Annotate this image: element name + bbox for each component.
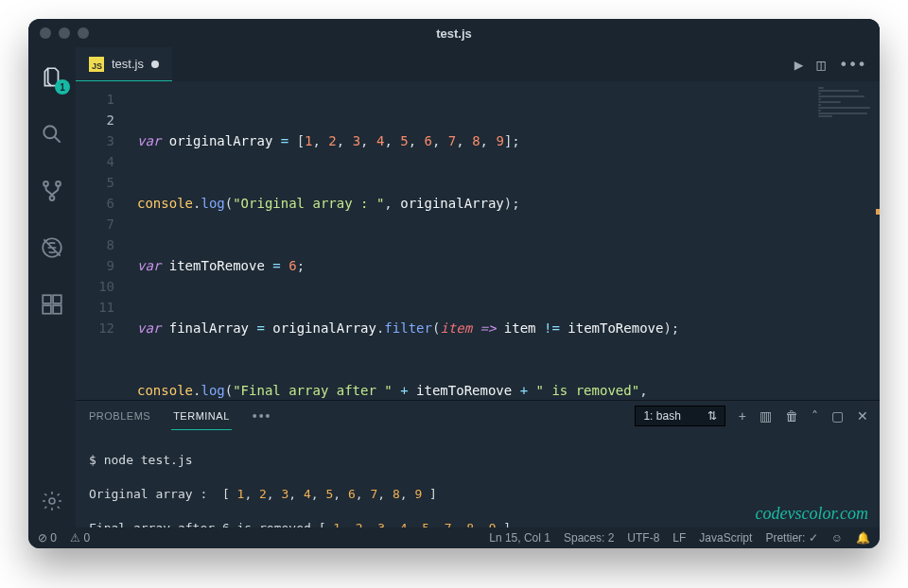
svg-rect-8 — [53, 295, 61, 303]
minimap[interactable] — [813, 81, 880, 400]
panel-controls: 1: bash ⇅ + ▥ 🗑 ˄ ▢ ✕ — [635, 406, 868, 426]
maximize-panel-icon[interactable]: ▢ — [831, 408, 844, 424]
terminal-selector[interactable]: 1: bash ⇅ — [635, 406, 725, 426]
activity-bar: 1 — [28, 47, 76, 527]
code-area[interactable]: var originalArray = [1, 2, 3, 4, 5, 6, 7… — [128, 81, 813, 400]
status-eol[interactable]: LF — [672, 531, 686, 545]
status-encoding[interactable]: UTF-8 — [627, 531, 659, 545]
window-body: 1 JS test.j — [28, 47, 880, 527]
tab-filename: test.js — [112, 57, 144, 71]
status-warnings[interactable]: ⚠ 0 — [70, 531, 90, 545]
title-bar: test.js — [28, 19, 880, 47]
dirty-indicator-icon — [151, 61, 159, 68]
svg-point-9 — [49, 498, 55, 504]
search-icon[interactable] — [28, 115, 76, 153]
svg-point-1 — [44, 182, 48, 186]
panel-tab-more[interactable]: ••• — [251, 401, 274, 431]
editor-actions: ▶ ◫ ••• — [781, 47, 880, 81]
tab-testjs[interactable]: JS test.js — [76, 47, 172, 81]
watermark: codevscolor.com — [756, 504, 868, 524]
terminal-selector-label: 1: bash — [643, 409, 680, 423]
js-file-icon: JS — [89, 57, 104, 72]
svg-point-0 — [44, 126, 56, 138]
split-terminal-icon[interactable]: ▥ — [760, 408, 772, 424]
source-control-icon[interactable] — [28, 172, 76, 210]
panel-tabs: PROBLEMS TERMINAL ••• 1: bash ⇅ + ▥ 🗑 ˄ … — [76, 401, 880, 431]
status-cursor-position[interactable]: Ln 15, Col 1 — [489, 531, 550, 545]
chevron-updown-icon: ⇅ — [707, 409, 717, 423]
kill-terminal-icon[interactable]: 🗑 — [785, 408, 798, 424]
debug-icon[interactable] — [28, 229, 76, 267]
close-panel-icon[interactable]: ✕ — [857, 408, 868, 424]
status-language[interactable]: JavaScript — [699, 531, 752, 545]
minimap-marker — [876, 209, 880, 215]
status-feedback-icon[interactable]: ☺ — [831, 531, 843, 545]
svg-point-3 — [50, 196, 55, 200]
new-terminal-icon[interactable]: + — [739, 408, 746, 424]
panel-up-icon[interactable]: ˄ — [812, 408, 818, 424]
svg-point-2 — [56, 182, 61, 186]
explorer-badge: 1 — [55, 79, 70, 95]
split-editor-icon[interactable]: ◫ — [816, 56, 826, 74]
more-actions-icon[interactable]: ••• — [839, 56, 866, 74]
panel: PROBLEMS TERMINAL ••• 1: bash ⇅ + ▥ 🗑 ˄ … — [76, 400, 880, 527]
status-errors[interactable]: ⊘ 0 — [38, 531, 57, 545]
main-area: JS test.js ▶ ◫ ••• 123456789101112 var o… — [76, 47, 880, 527]
tab-bar: JS test.js ▶ ◫ ••• — [76, 47, 880, 81]
status-indent[interactable]: Spaces: 2 — [564, 531, 614, 545]
settings-gear-icon[interactable] — [28, 482, 76, 520]
panel-tab-problems[interactable]: PROBLEMS — [87, 403, 152, 429]
panel-tab-terminal[interactable]: TERMINAL — [171, 403, 232, 430]
window-title: test.js — [28, 26, 880, 41]
status-bell-icon[interactable]: 🔔 — [856, 531, 870, 545]
status-prettier[interactable]: Prettier: ✓ — [765, 531, 817, 545]
vscode-window: test.js 1 — [28, 19, 880, 548]
svg-rect-7 — [53, 305, 61, 314]
status-bar: ⊘ 0 ⚠ 0 Ln 15, Col 1 Spaces: 2 UTF-8 LF … — [28, 527, 880, 548]
run-icon[interactable]: ▶ — [794, 56, 804, 74]
svg-rect-5 — [43, 295, 51, 303]
explorer-icon[interactable]: 1 — [28, 59, 76, 96]
svg-rect-6 — [43, 305, 51, 314]
line-number-gutter: 123456789101112 — [76, 81, 128, 400]
editor[interactable]: 123456789101112 var originalArray = [1, … — [76, 81, 880, 400]
extensions-icon[interactable] — [28, 285, 76, 323]
